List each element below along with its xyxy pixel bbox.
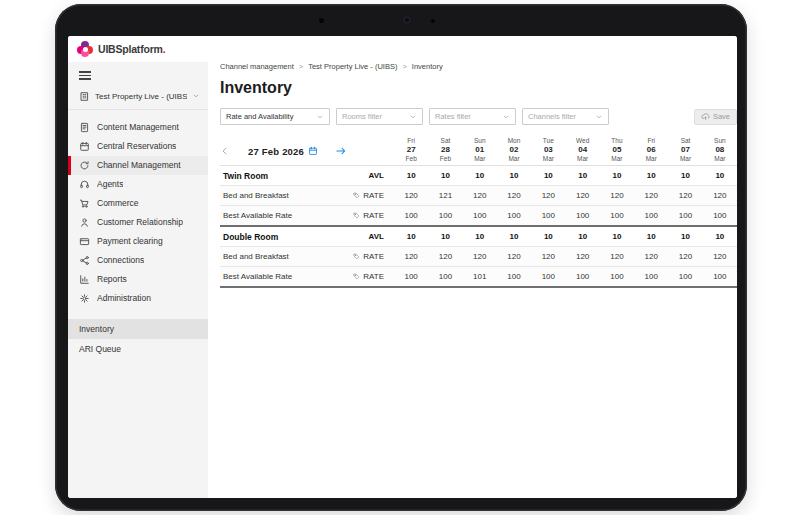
date-column-header: Sat28Feb — [428, 136, 462, 163]
rate-cell[interactable]: 100 — [497, 267, 531, 286]
rate-cell[interactable]: 100 — [463, 206, 497, 225]
prev-date-button[interactable] — [220, 146, 230, 156]
rate-cell[interactable]: 100 — [634, 267, 668, 286]
chevron-down-icon — [409, 113, 417, 121]
next-date-button[interactable] — [335, 145, 347, 157]
availability-cell[interactable]: 10 — [497, 227, 531, 246]
column-month: Feb — [394, 155, 428, 163]
availability-cell[interactable]: 10 — [600, 166, 634, 185]
sidebar-item-content-management[interactable]: Content Management — [68, 118, 208, 137]
availability-cell[interactable]: 10 — [531, 166, 565, 185]
inventory-grid: 27 Feb 2026 Fri27FebSat28FebSun01MarMon0… — [220, 136, 737, 288]
rate-cell[interactable]: 100 — [703, 206, 737, 225]
sidebar-item-label: Administration — [97, 293, 151, 303]
sensor-dot — [431, 19, 435, 23]
availability-cell[interactable]: 10 — [668, 227, 702, 246]
rate-cell[interactable]: 120 — [634, 186, 668, 205]
date-column-header: Fri06Mar — [634, 136, 668, 163]
sidebar-item-reports[interactable]: Reports — [68, 270, 208, 289]
availability-cell[interactable]: 10 — [703, 166, 737, 185]
current-date-label: 27 Feb 2026 — [248, 146, 304, 157]
availability-cell[interactable]: 10 — [394, 227, 428, 246]
sidebar-item-administration[interactable]: Administration — [68, 289, 208, 308]
availability-cell[interactable]: 10 — [565, 227, 599, 246]
availability-cell[interactable]: 10 — [394, 166, 428, 185]
rate-cell[interactable]: 100 — [668, 206, 702, 225]
breadcrumb-item[interactable]: Channel management — [220, 62, 294, 71]
rate-cell[interactable]: 100 — [703, 267, 737, 286]
sidebar-item-customer-relationship[interactable]: Customer Relationship — [68, 213, 208, 232]
rate-cell[interactable]: 100 — [497, 206, 531, 225]
sidebar-item-commerce[interactable]: Commerce — [68, 194, 208, 213]
rate-cell[interactable]: 120 — [668, 186, 702, 205]
sidebar-item-agents[interactable]: Agents — [68, 175, 208, 194]
rate-cell[interactable]: 120 — [634, 247, 668, 266]
rooms-filter-select[interactable]: Rooms filter — [336, 108, 423, 125]
rate-cell[interactable]: 120 — [428, 247, 462, 266]
rate-cell[interactable]: 120 — [497, 247, 531, 266]
rate-cell[interactable]: 120 — [703, 186, 737, 205]
rate-cell[interactable]: 121 — [428, 186, 462, 205]
rate-cell[interactable]: 120 — [531, 186, 565, 205]
rate-cell[interactable]: 100 — [394, 267, 428, 286]
availability-cell[interactable]: 10 — [668, 166, 702, 185]
availability-cell[interactable]: 10 — [497, 166, 531, 185]
rate-cell[interactable]: 100 — [428, 267, 462, 286]
sidebar-item-channel-management[interactable]: Channel Management — [68, 156, 208, 175]
availability-cell[interactable]: 10 — [531, 227, 565, 246]
property-selector[interactable]: Test Property Live - (UIBS) — [68, 85, 208, 110]
rate-cell[interactable]: 100 — [634, 206, 668, 225]
menu-icon[interactable] — [68, 62, 208, 85]
sidebar-subitem-ari-queue[interactable]: ARI Queue — [68, 339, 208, 359]
view-type-select[interactable]: Rate and Availability — [220, 108, 330, 125]
sidebar-subitem-inventory[interactable]: Inventory — [68, 319, 208, 339]
rate-cell[interactable]: 120 — [463, 186, 497, 205]
rate-cell[interactable]: 101 — [463, 267, 497, 286]
date-picker[interactable]: 27 Feb 2026 — [248, 146, 318, 157]
save-button[interactable]: Save — [694, 109, 737, 125]
rate-cell[interactable]: 120 — [703, 247, 737, 266]
rate-cell[interactable]: 100 — [565, 206, 599, 225]
rate-cell[interactable]: 100 — [600, 206, 634, 225]
rate-cell[interactable]: 100 — [428, 206, 462, 225]
rate-cell[interactable]: 120 — [394, 247, 428, 266]
column-day: Fri — [394, 137, 428, 145]
channels-filter-select[interactable]: Channels filter — [522, 108, 609, 125]
column-day: Fri — [634, 137, 668, 145]
availability-cell[interactable]: 10 — [634, 166, 668, 185]
sidebar-item-label: Content Management — [97, 122, 179, 132]
rate-cell[interactable]: 100 — [531, 267, 565, 286]
rate-cell[interactable]: 120 — [565, 247, 599, 266]
rate-cell[interactable]: 100 — [600, 267, 634, 286]
availability-cell[interactable]: 10 — [463, 227, 497, 246]
breadcrumb-item[interactable]: Test Property Live - (UIBS) — [308, 62, 397, 71]
rate-cell[interactable]: 120 — [463, 247, 497, 266]
sidebar-item-connections[interactable]: Connections — [68, 251, 208, 270]
column-date: 02 — [497, 145, 531, 155]
rate-cell[interactable]: 100 — [531, 206, 565, 225]
availability-cell[interactable]: 10 — [428, 227, 462, 246]
rate-cell[interactable]: 120 — [600, 247, 634, 266]
availability-cell[interactable]: 10 — [703, 227, 737, 246]
rate-cell[interactable]: 100 — [565, 267, 599, 286]
rate-icon — [353, 273, 360, 280]
rate-cell[interactable]: 120 — [668, 247, 702, 266]
availability-cell[interactable]: 10 — [565, 166, 599, 185]
rate-cell[interactable]: 120 — [497, 186, 531, 205]
availability-cell[interactable]: 10 — [600, 227, 634, 246]
availability-cell[interactable]: 10 — [634, 227, 668, 246]
availability-cell[interactable]: 10 — [463, 166, 497, 185]
rate-cell[interactable]: 120 — [394, 186, 428, 205]
sidebar-item-payment-clearing[interactable]: Payment clearing — [68, 232, 208, 251]
sidebar-item-central-reservations[interactable]: Central Reservations — [68, 137, 208, 156]
breadcrumb-item[interactable]: Inventory — [412, 62, 443, 71]
rate-cell[interactable]: 100 — [394, 206, 428, 225]
availability-cell[interactable]: 10 — [428, 166, 462, 185]
rates-filter-select[interactable]: Rates filter — [429, 108, 516, 125]
rate-cell[interactable]: 120 — [531, 247, 565, 266]
rate-cell[interactable]: 120 — [565, 186, 599, 205]
cart-icon — [79, 198, 90, 209]
rate-cell[interactable]: 120 — [600, 186, 634, 205]
rate-cell[interactable]: 100 — [668, 267, 702, 286]
room-availability-row: Twin RoomAVL10101010101010101010 — [220, 166, 737, 186]
